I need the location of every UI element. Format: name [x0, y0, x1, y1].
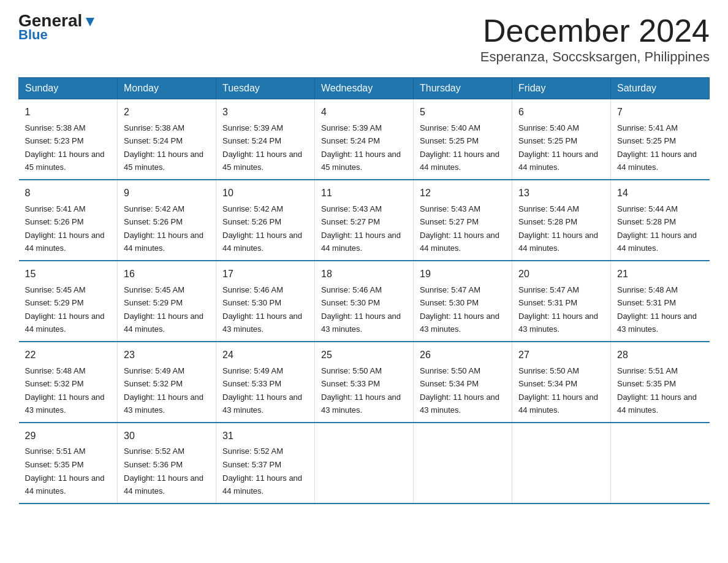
day-number: 14 — [617, 185, 703, 201]
day-number: 17 — [222, 266, 308, 282]
calendar-cell: 21 Sunrise: 5:48 AMSunset: 5:31 PMDaylig… — [611, 261, 710, 342]
day-info: Sunrise: 5:52 AMSunset: 5:36 PMDaylight:… — [124, 446, 203, 496]
day-info: Sunrise: 5:46 AMSunset: 5:30 PMDaylight:… — [321, 285, 401, 334]
calendar-cell: 12 Sunrise: 5:43 AMSunset: 5:27 PMDaylig… — [414, 180, 512, 261]
day-info: Sunrise: 5:50 AMSunset: 5:34 PMDaylight:… — [518, 366, 598, 415]
calendar-cell: 22 Sunrise: 5:48 AMSunset: 5:32 PMDaylig… — [19, 342, 118, 423]
day-number: 5 — [420, 104, 506, 120]
calendar-cell: 7 Sunrise: 5:41 AMSunset: 5:25 PMDayligh… — [611, 99, 710, 180]
calendar-cell: 16 Sunrise: 5:45 AMSunset: 5:29 PMDaylig… — [118, 261, 216, 342]
day-info: Sunrise: 5:45 AMSunset: 5:29 PMDaylight:… — [124, 285, 203, 334]
day-info: Sunrise: 5:41 AMSunset: 5:26 PMDaylight:… — [25, 204, 105, 253]
day-info: Sunrise: 5:43 AMSunset: 5:27 PMDaylight:… — [420, 204, 499, 253]
day-info: Sunrise: 5:39 AMSunset: 5:24 PMDaylight:… — [321, 123, 401, 172]
location-title: Esperanza, Soccsksargen, Philippines — [480, 49, 710, 65]
calendar-cell — [315, 423, 414, 504]
day-number: 16 — [124, 266, 210, 282]
calendar-cell: 29 Sunrise: 5:51 AMSunset: 5:35 PMDaylig… — [19, 423, 118, 504]
calendar-cell: 27 Sunrise: 5:50 AMSunset: 5:34 PMDaylig… — [512, 342, 611, 423]
calendar-cell: 23 Sunrise: 5:49 AMSunset: 5:32 PMDaylig… — [118, 342, 216, 423]
calendar-cell: 14 Sunrise: 5:44 AMSunset: 5:28 PMDaylig… — [611, 180, 710, 261]
week-row-3: 15 Sunrise: 5:45 AMSunset: 5:29 PMDaylig… — [19, 261, 710, 342]
calendar-cell: 2 Sunrise: 5:38 AMSunset: 5:24 PMDayligh… — [118, 99, 216, 180]
day-number: 24 — [222, 347, 308, 363]
day-info: Sunrise: 5:51 AMSunset: 5:35 PMDaylight:… — [25, 446, 105, 496]
day-number: 25 — [321, 347, 407, 363]
calendar-cell: 10 Sunrise: 5:42 AMSunset: 5:26 PMDaylig… — [216, 180, 315, 261]
header-day-monday: Monday — [118, 78, 216, 99]
day-info: Sunrise: 5:45 AMSunset: 5:29 PMDaylight:… — [25, 285, 105, 334]
calendar-cell: 24 Sunrise: 5:49 AMSunset: 5:33 PMDaylig… — [216, 342, 315, 423]
week-row-4: 22 Sunrise: 5:48 AMSunset: 5:32 PMDaylig… — [19, 342, 710, 423]
calendar-cell: 30 Sunrise: 5:52 AMSunset: 5:36 PMDaylig… — [118, 423, 216, 504]
month-title: December 2024 — [480, 12, 710, 49]
day-info: Sunrise: 5:39 AMSunset: 5:24 PMDaylight:… — [222, 123, 302, 172]
calendar-cell: 3 Sunrise: 5:39 AMSunset: 5:24 PMDayligh… — [216, 99, 315, 180]
day-number: 12 — [420, 185, 506, 201]
logo-blue: Blue — [18, 27, 48, 43]
header-day-saturday: Saturday — [611, 78, 710, 99]
day-number: 6 — [518, 104, 604, 120]
day-number: 9 — [124, 185, 210, 201]
svg-marker-0 — [86, 18, 94, 26]
header-day-tuesday: Tuesday — [216, 78, 315, 99]
day-number: 18 — [321, 266, 407, 282]
day-number: 4 — [321, 104, 407, 120]
day-number: 1 — [25, 104, 112, 120]
calendar-cell: 18 Sunrise: 5:46 AMSunset: 5:30 PMDaylig… — [315, 261, 414, 342]
day-info: Sunrise: 5:51 AMSunset: 5:35 PMDaylight:… — [617, 366, 697, 415]
header-day-friday: Friday — [512, 78, 611, 99]
day-number: 7 — [617, 104, 703, 120]
day-number: 8 — [25, 185, 112, 201]
calendar-cell: 31 Sunrise: 5:52 AMSunset: 5:37 PMDaylig… — [216, 423, 315, 504]
title-area: December 2024 Esperanza, Soccsksargen, P… — [480, 12, 710, 65]
week-row-2: 8 Sunrise: 5:41 AMSunset: 5:26 PMDayligh… — [19, 180, 710, 261]
day-number: 3 — [222, 104, 308, 120]
header-day-sunday: Sunday — [19, 78, 118, 99]
day-info: Sunrise: 5:43 AMSunset: 5:27 PMDaylight:… — [321, 204, 401, 253]
calendar-cell — [512, 423, 611, 504]
day-number: 28 — [617, 347, 703, 363]
calendar-cell: 28 Sunrise: 5:51 AMSunset: 5:35 PMDaylig… — [611, 342, 710, 423]
day-number: 23 — [124, 347, 210, 363]
day-number: 2 — [124, 104, 210, 120]
day-info: Sunrise: 5:40 AMSunset: 5:25 PMDaylight:… — [420, 123, 499, 172]
calendar-cell: 4 Sunrise: 5:39 AMSunset: 5:24 PMDayligh… — [315, 99, 414, 180]
calendar-header-row: SundayMondayTuesdayWednesdayThursdayFrid… — [19, 78, 710, 99]
day-info: Sunrise: 5:49 AMSunset: 5:32 PMDaylight:… — [124, 366, 203, 415]
calendar-cell: 15 Sunrise: 5:45 AMSunset: 5:29 PMDaylig… — [19, 261, 118, 342]
day-info: Sunrise: 5:47 AMSunset: 5:30 PMDaylight:… — [420, 285, 499, 334]
day-info: Sunrise: 5:47 AMSunset: 5:31 PMDaylight:… — [518, 285, 598, 334]
calendar-cell: 20 Sunrise: 5:47 AMSunset: 5:31 PMDaylig… — [512, 261, 611, 342]
calendar-cell: 8 Sunrise: 5:41 AMSunset: 5:26 PMDayligh… — [19, 180, 118, 261]
calendar-cell: 17 Sunrise: 5:46 AMSunset: 5:30 PMDaylig… — [216, 261, 315, 342]
header-day-wednesday: Wednesday — [315, 78, 414, 99]
week-row-5: 29 Sunrise: 5:51 AMSunset: 5:35 PMDaylig… — [19, 423, 710, 504]
calendar-cell: 13 Sunrise: 5:44 AMSunset: 5:28 PMDaylig… — [512, 180, 611, 261]
day-info: Sunrise: 5:52 AMSunset: 5:37 PMDaylight:… — [222, 446, 302, 496]
calendar-cell: 26 Sunrise: 5:50 AMSunset: 5:34 PMDaylig… — [414, 342, 512, 423]
calendar-cell — [611, 423, 710, 504]
calendar-cell: 9 Sunrise: 5:42 AMSunset: 5:26 PMDayligh… — [118, 180, 216, 261]
day-number: 20 — [518, 266, 604, 282]
day-number: 30 — [124, 428, 210, 444]
day-number: 22 — [25, 347, 112, 363]
day-info: Sunrise: 5:40 AMSunset: 5:25 PMDaylight:… — [518, 123, 598, 172]
calendar-cell: 25 Sunrise: 5:50 AMSunset: 5:33 PMDaylig… — [315, 342, 414, 423]
day-info: Sunrise: 5:48 AMSunset: 5:32 PMDaylight:… — [25, 366, 105, 415]
calendar-table: SundayMondayTuesdayWednesdayThursdayFrid… — [18, 77, 710, 504]
day-number: 19 — [420, 266, 506, 282]
calendar-cell — [414, 423, 512, 504]
day-info: Sunrise: 5:38 AMSunset: 5:24 PMDaylight:… — [124, 123, 203, 172]
day-number: 10 — [222, 185, 308, 201]
day-info: Sunrise: 5:49 AMSunset: 5:33 PMDaylight:… — [222, 366, 302, 415]
day-info: Sunrise: 5:44 AMSunset: 5:28 PMDaylight:… — [617, 204, 697, 253]
day-info: Sunrise: 5:44 AMSunset: 5:28 PMDaylight:… — [518, 204, 598, 253]
day-info: Sunrise: 5:42 AMSunset: 5:26 PMDaylight:… — [124, 204, 203, 253]
day-info: Sunrise: 5:46 AMSunset: 5:30 PMDaylight:… — [222, 285, 302, 334]
day-number: 21 — [617, 266, 703, 282]
calendar-cell: 19 Sunrise: 5:47 AMSunset: 5:30 PMDaylig… — [414, 261, 512, 342]
day-number: 31 — [222, 428, 308, 444]
page-header: General Blue December 2024 Esperanza, So… — [18, 12, 710, 65]
day-info: Sunrise: 5:41 AMSunset: 5:25 PMDaylight:… — [617, 123, 697, 172]
